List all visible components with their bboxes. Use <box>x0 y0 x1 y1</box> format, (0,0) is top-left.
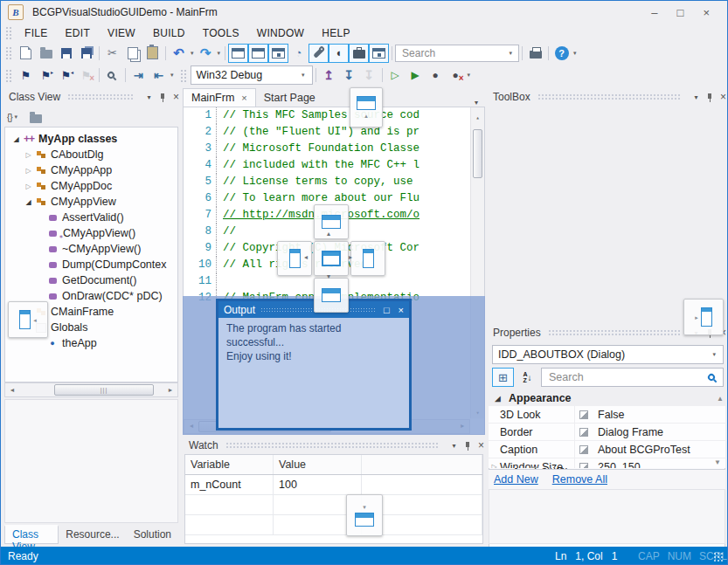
dock-cluster-top-sticker[interactable] <box>314 204 349 239</box>
breakpoints-dropdown[interactable]: ▾ <box>468 72 471 79</box>
maximize-button[interactable]: □ <box>677 6 684 19</box>
scroll-down-arrow[interactable]: ▼ <box>714 458 721 466</box>
resize-grip[interactable] <box>713 552 725 562</box>
dock-cluster-center-sticker[interactable] <box>314 241 349 276</box>
pane-toggle-2-button[interactable] <box>248 44 268 63</box>
pane-toggle-1-button[interactable] <box>228 44 248 63</box>
add-new-link[interactable]: Add New <box>494 473 538 486</box>
menu-edit[interactable]: EDIT <box>57 25 100 41</box>
tab-close-icon[interactable]: × <box>241 93 246 103</box>
menu-build[interactable]: BUILD <box>144 25 194 41</box>
menu-grip[interactable] <box>5 26 11 39</box>
toggle-bookmark-button[interactable]: ⚑ <box>16 65 36 85</box>
tab-start-page[interactable]: Start Page <box>256 89 323 107</box>
tree-item[interactable]: AssertValid() <box>5 210 177 225</box>
pin-icon[interactable] <box>158 93 167 102</box>
media-pane-button[interactable]: ◖ <box>329 44 349 63</box>
tree-item[interactable]: Dump(CDumpContex <box>5 257 177 272</box>
watch-menu-dropdown[interactable]: ▾ <box>447 442 461 450</box>
toolbox-menu-dropdown[interactable]: ▾ <box>690 93 703 101</box>
property-row-3d-look[interactable]: 3D Look False <box>489 406 725 424</box>
object-selector-combobox[interactable]: IDD_ABOUTBOX (Dialog) ▾ <box>492 345 724 364</box>
classview-close-button[interactable]: × <box>170 93 183 101</box>
property-row-caption[interactable]: Caption About BCGProTest <box>489 441 725 458</box>
toolbox-caption[interactable]: ToolBox ▾ × <box>489 88 728 106</box>
toolbar-grip[interactable] <box>180 69 186 82</box>
expander-icon[interactable]: ◢ <box>492 395 503 403</box>
properties-search-input[interactable] <box>547 370 708 384</box>
properties-search-box[interactable] <box>541 368 724 387</box>
expander-icon[interactable]: ▷ <box>489 463 500 468</box>
redo-dropdown[interactable]: ▾ <box>218 50 221 57</box>
column-value[interactable]: Value <box>274 455 362 474</box>
scroll-up-arrow[interactable]: ▲ <box>717 395 724 403</box>
remove-breakpoints-button[interactable]: ●× <box>446 65 466 85</box>
cut-button[interactable]: ✂ <box>102 44 122 63</box>
scrollbar-thumb[interactable]: ||| <box>54 384 154 396</box>
classview-objects-button[interactable]: {}▾ <box>4 107 22 127</box>
dock-top-sticker[interactable]: ▴ <box>350 87 383 127</box>
classview-menu-dropdown[interactable]: ▾ <box>142 93 156 101</box>
scrollbar-thumb[interactable] <box>473 129 482 178</box>
redo-button[interactable]: ↷ <box>196 44 216 63</box>
scroll-right-arrow[interactable]: ► <box>163 387 177 393</box>
sort-alphabetical-button[interactable]: AZ ↓ <box>517 368 538 387</box>
title-bar[interactable]: B BCGPVisualStudioGUIDemo - MainFrm – □ … <box>1 1 727 24</box>
output-close-button[interactable]: × <box>399 305 404 315</box>
print-button[interactable] <box>525 44 545 63</box>
start-without-debug-button[interactable]: ▷ <box>385 65 406 85</box>
tree-item[interactable]: GetDocument() <box>5 272 177 288</box>
column-variable[interactable]: Variable <box>185 455 274 474</box>
tree-item[interactable]: ◢ CMyAppView <box>5 194 177 210</box>
dock-cluster-bottom-sticker[interactable] <box>314 278 349 313</box>
configuration-combobox[interactable]: Win32 Debug ▾ <box>191 65 313 85</box>
batch-build-button[interactable]: ↧ <box>359 65 379 85</box>
breakpoint-button[interactable]: ● <box>426 65 446 85</box>
scroll-left-arrow[interactable]: ◄ <box>5 387 19 393</box>
compile-button[interactable]: ↥ <box>319 65 339 85</box>
expander-icon[interactable]: ▷ <box>23 167 34 175</box>
pane-toggle-4-button[interactable] <box>369 44 389 63</box>
dock-left-sticker[interactable]: ◂ <box>8 301 48 338</box>
undo-dropdown[interactable]: ▾ <box>191 50 194 57</box>
watch-empty-row[interactable] <box>185 515 482 535</box>
paste-button[interactable] <box>142 44 163 63</box>
tab-class-view[interactable]: Class View <box>4 525 59 544</box>
toolbar-grip[interactable] <box>5 69 11 82</box>
new-file-button[interactable] <box>16 44 36 63</box>
dock-cluster-right-sticker[interactable] <box>350 241 385 276</box>
tree-item-root[interactable]: ◢ ++ MyApp classes <box>5 131 177 147</box>
chart-button[interactable]: ◔ <box>288 44 309 63</box>
clear-bookmarks-button[interactable]: ⚑× <box>76 65 96 85</box>
minimize-button[interactable]: – <box>651 6 657 19</box>
tree-item[interactable]: ⁎ CMyAppView() <box>5 225 177 241</box>
menu-help[interactable]: HELP <box>313 25 359 41</box>
undo-button[interactable]: ↶ <box>169 44 189 63</box>
close-button[interactable]: × <box>703 6 710 19</box>
expander-icon[interactable]: ▷ <box>23 183 34 190</box>
categorized-button[interactable]: ⊞ <box>492 368 514 387</box>
tree-item[interactable]: ▷ CAboutDlg <box>5 147 177 162</box>
help-dropdown[interactable]: ▾ <box>573 50 577 57</box>
remove-all-link[interactable]: Remove All <box>552 473 607 486</box>
save-button[interactable] <box>56 44 76 63</box>
tree-item[interactable]: ~CMyAppView() <box>5 241 177 257</box>
search-dropdown[interactable]: ▾ <box>510 50 513 57</box>
configuration-dropdown[interactable]: ▾ <box>302 72 305 79</box>
classview-caption[interactable]: Class View ▾ × <box>4 88 187 106</box>
copy-button[interactable] <box>122 44 142 63</box>
outdent-button[interactable]: ⇤ <box>149 65 169 85</box>
open-button[interactable] <box>36 44 56 63</box>
search-combobox[interactable]: ▾ <box>395 45 519 62</box>
menu-window[interactable]: WINDOW <box>248 25 313 41</box>
indent-button[interactable]: ⇥ <box>128 65 149 85</box>
tab-solution-explorer[interactable]: Solution ... <box>127 525 178 544</box>
scroll-up-arrow[interactable]: ▴ <box>471 107 484 127</box>
build-button[interactable]: ↧ <box>339 65 359 85</box>
pin-icon[interactable] <box>705 93 714 102</box>
customize-button[interactable] <box>309 44 329 63</box>
toolbox-close-button[interactable]: × <box>717 93 728 101</box>
classview-newfolder-button[interactable] <box>25 107 45 127</box>
find-button[interactable] <box>102 65 122 85</box>
search-input[interactable] <box>400 46 507 60</box>
